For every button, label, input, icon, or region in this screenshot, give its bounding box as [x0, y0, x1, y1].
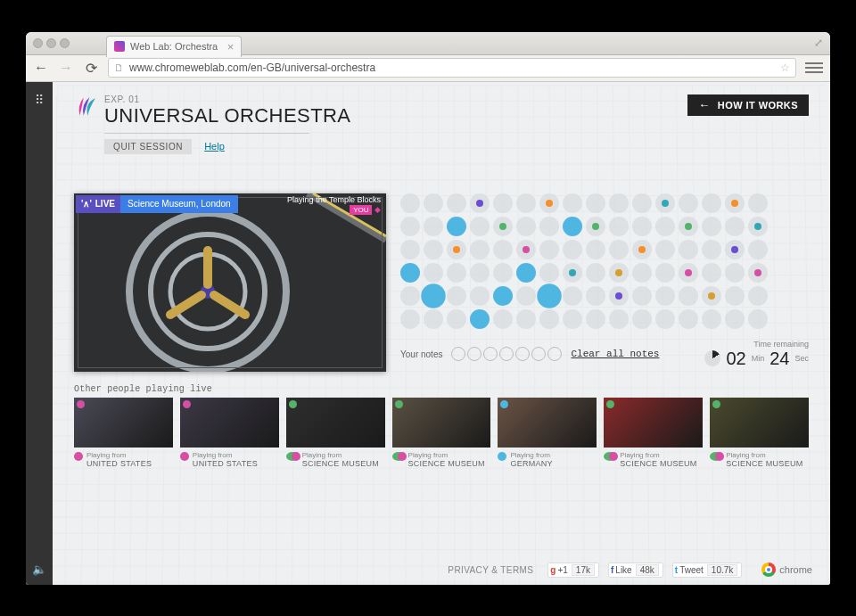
seq-cell[interactable]: [470, 286, 490, 306]
seq-cell[interactable]: [586, 286, 605, 306]
seq-cell[interactable]: [470, 309, 490, 329]
seq-cell[interactable]: [679, 193, 698, 213]
seq-cell[interactable]: [725, 309, 745, 329]
seq-cell[interactable]: [563, 193, 582, 213]
seq-cell[interactable]: [539, 217, 559, 236]
seq-cell[interactable]: [447, 286, 466, 306]
seq-cell[interactable]: [539, 240, 559, 259]
player-card[interactable]: Playing from UNITED STATES: [180, 398, 279, 469]
seq-cell[interactable]: [539, 263, 559, 283]
seq-cell[interactable]: [655, 217, 675, 236]
seq-cell[interactable]: [655, 263, 675, 283]
seq-cell[interactable]: [424, 193, 443, 213]
seq-cell[interactable]: [563, 263, 582, 283]
seq-cell[interactable]: [516, 309, 536, 329]
seq-cell[interactable]: [725, 286, 745, 306]
seq-cell[interactable]: [632, 193, 652, 213]
sound-icon[interactable]: 🔈: [32, 563, 46, 576]
seq-cell[interactable]: [725, 217, 745, 236]
browser-menu-icon[interactable]: [805, 62, 823, 73]
seq-cell[interactable]: [539, 193, 559, 213]
seq-cell[interactable]: [516, 240, 536, 259]
facebook-like-button[interactable]: fLike48k: [608, 563, 663, 578]
quit-session-button[interactable]: QUIT SESSION: [104, 139, 192, 154]
seq-cell[interactable]: [400, 286, 420, 306]
seq-cell[interactable]: [537, 283, 562, 308]
seq-cell[interactable]: [493, 240, 513, 259]
seq-cell[interactable]: [470, 193, 490, 213]
seq-cell[interactable]: [679, 309, 698, 329]
reload-icon[interactable]: ⟳: [83, 60, 99, 77]
player-card[interactable]: Playing from GERMANY: [498, 398, 597, 469]
seq-cell[interactable]: [679, 240, 698, 259]
seq-cell[interactable]: [563, 309, 582, 329]
seq-cell[interactable]: [702, 286, 721, 306]
seq-cell[interactable]: [748, 286, 768, 306]
seq-cell[interactable]: [748, 240, 768, 259]
seq-cell[interactable]: [539, 309, 559, 329]
help-link[interactable]: Help: [204, 141, 225, 152]
seq-cell[interactable]: [493, 263, 513, 283]
seq-cell[interactable]: [400, 263, 420, 283]
seq-cell[interactable]: [424, 240, 443, 259]
seq-cell[interactable]: [493, 309, 513, 329]
seq-cell[interactable]: [702, 263, 721, 283]
seq-cell[interactable]: [586, 240, 605, 259]
seq-cell[interactable]: [400, 193, 420, 213]
seq-cell[interactable]: [470, 217, 490, 236]
seq-cell[interactable]: [424, 309, 443, 329]
seq-cell[interactable]: [493, 217, 513, 236]
seq-cell[interactable]: [447, 217, 466, 236]
seq-cell[interactable]: [725, 240, 745, 259]
seq-cell[interactable]: [609, 193, 629, 213]
player-card[interactable]: Playing from SCIENCE MUSEUM: [604, 398, 703, 469]
seq-cell[interactable]: [516, 286, 536, 306]
seq-cell[interactable]: [725, 263, 745, 283]
how-it-works-button[interactable]: ← HOW IT WORKS: [687, 94, 809, 116]
seq-cell[interactable]: [632, 309, 652, 329]
seq-cell[interactable]: [421, 283, 446, 308]
seq-cell[interactable]: [609, 240, 629, 259]
traffic-lights[interactable]: [33, 38, 70, 48]
back-icon[interactable]: ←: [33, 60, 49, 76]
seq-cell[interactable]: [609, 263, 629, 283]
seq-cell[interactable]: [447, 309, 466, 329]
clear-notes-link[interactable]: Clear all notes: [571, 349, 659, 359]
seq-cell[interactable]: [493, 193, 513, 213]
seq-cell[interactable]: [400, 240, 420, 259]
seq-cell[interactable]: [447, 193, 466, 213]
seq-cell[interactable]: [609, 217, 629, 236]
seq-cell[interactable]: [679, 286, 698, 306]
seq-cell[interactable]: [748, 309, 768, 329]
seq-cell[interactable]: [679, 217, 698, 236]
seq-cell[interactable]: [400, 309, 420, 329]
rail-menu-icon[interactable]: ⠿: [35, 93, 44, 107]
url-input[interactable]: [129, 62, 775, 74]
seq-cell[interactable]: [702, 193, 721, 213]
seq-cell[interactable]: [516, 193, 536, 213]
seq-cell[interactable]: [424, 263, 443, 283]
browser-tab[interactable]: Web Lab: Orchestra ×: [106, 36, 242, 57]
fullscreen-icon[interactable]: ⤢: [814, 37, 823, 49]
chrome-logo[interactable]: chrome: [761, 563, 812, 577]
seq-cell[interactable]: [424, 217, 443, 236]
seq-cell[interactable]: [632, 263, 652, 283]
player-card[interactable]: Playing from SCIENCE MUSEUM: [392, 398, 491, 469]
seq-cell[interactable]: [632, 217, 652, 236]
seq-cell[interactable]: [470, 263, 490, 283]
seq-cell[interactable]: [655, 286, 675, 306]
seq-cell[interactable]: [563, 217, 582, 236]
player-card[interactable]: Playing from SCIENCE MUSEUM: [710, 398, 809, 469]
seq-cell[interactable]: [447, 263, 466, 283]
seq-cell[interactable]: [609, 309, 629, 329]
google-plus-button[interactable]: g+117k: [547, 563, 599, 578]
privacy-terms-link[interactable]: PRIVACY & TERMS: [448, 565, 533, 575]
seq-cell[interactable]: [493, 286, 513, 306]
seq-cell[interactable]: [702, 240, 721, 259]
sequencer-grid[interactable]: [400, 193, 809, 331]
seq-cell[interactable]: [655, 309, 675, 329]
seq-cell[interactable]: [563, 240, 582, 259]
seq-cell[interactable]: [655, 193, 675, 213]
seq-cell[interactable]: [516, 217, 536, 236]
seq-cell[interactable]: [447, 240, 466, 259]
